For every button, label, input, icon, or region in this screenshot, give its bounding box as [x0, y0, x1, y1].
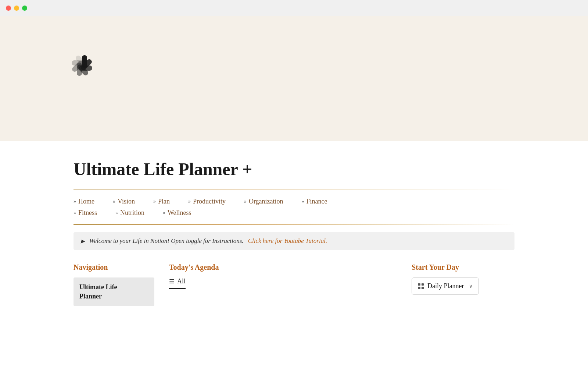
youtube-link[interactable]: Click here for Youtube Tutorial.	[248, 237, 327, 245]
agenda-section-title: Today's Agenda	[169, 263, 397, 272]
agenda-all-tab[interactable]: ☰ All	[169, 277, 186, 289]
agenda-column: Today's Agenda ☰ All	[169, 263, 397, 306]
nav-links: » Home » Vision » Plan » Productivity » …	[74, 198, 514, 217]
nav-arrow: »	[74, 210, 76, 216]
title-bar	[0, 0, 588, 16]
nav-row-2: » Fitness » Nutrition » Wellness	[74, 209, 514, 217]
navigation-column: Navigation Ultimate LifePlanner	[74, 263, 154, 306]
bottom-layout: Navigation Ultimate LifePlanner Today's …	[74, 263, 514, 306]
minimize-button[interactable]	[14, 6, 19, 11]
navigation-section-title: Navigation	[74, 263, 154, 272]
maximize-button[interactable]	[22, 6, 27, 11]
nav-item-finance[interactable]: » Finance	[302, 198, 327, 205]
toggle-arrow-icon: ▶	[81, 238, 85, 244]
nav-arrow: »	[153, 199, 156, 205]
nav-arrow: »	[113, 199, 115, 205]
daily-planner-dropdown[interactable]: Daily Planner ∨	[412, 277, 479, 295]
nav-arrow: »	[74, 199, 76, 205]
nav-item-plan[interactable]: » Plan	[153, 198, 170, 205]
toggle-text: Welcome to your Life in Notion! Open tog…	[89, 237, 244, 245]
start-your-day-title: Start Your Day	[412, 263, 514, 272]
nav-item-wellness[interactable]: » Wellness	[163, 209, 191, 217]
nav-arrow: »	[244, 199, 247, 205]
daily-planner-label: Daily Planner	[427, 282, 464, 290]
start-your-day-column: Start Your Day Daily Planner ∨	[412, 263, 514, 306]
nav-row-1: » Home » Vision » Plan » Productivity » …	[74, 198, 514, 205]
nav-arrow: »	[163, 210, 165, 216]
nav-item-fitness[interactable]: » Fitness	[74, 209, 97, 217]
hero-area	[0, 16, 588, 141]
nav-item-vision[interactable]: » Vision	[113, 198, 135, 205]
toggle-block[interactable]: ▶ Welcome to your Life in Notion! Open t…	[74, 232, 514, 250]
nav-list-item-planner[interactable]: Ultimate LifePlanner	[74, 277, 154, 306]
title-divider	[74, 190, 514, 190]
nav-divider	[74, 224, 514, 225]
agenda-tab-label: All	[177, 277, 186, 285]
nav-arrow: »	[188, 199, 191, 205]
nav-item-nutrition[interactable]: » Nutrition	[115, 209, 144, 217]
nav-item-home[interactable]: » Home	[74, 198, 94, 205]
close-button[interactable]	[6, 6, 11, 11]
nav-item-productivity[interactable]: » Productivity	[188, 198, 226, 205]
list-icon: ☰	[169, 278, 174, 285]
page-title: Ultimate Life Planner +	[74, 159, 514, 179]
chevron-down-icon: ∨	[469, 283, 473, 289]
nav-arrow: »	[115, 210, 118, 216]
grid-icon	[418, 283, 424, 289]
main-content: Ultimate Life Planner + » Home » Vision …	[37, 159, 551, 306]
nav-item-organization[interactable]: » Organization	[244, 198, 283, 205]
nav-arrow: »	[302, 199, 304, 205]
loading-spinner	[59, 53, 110, 105]
